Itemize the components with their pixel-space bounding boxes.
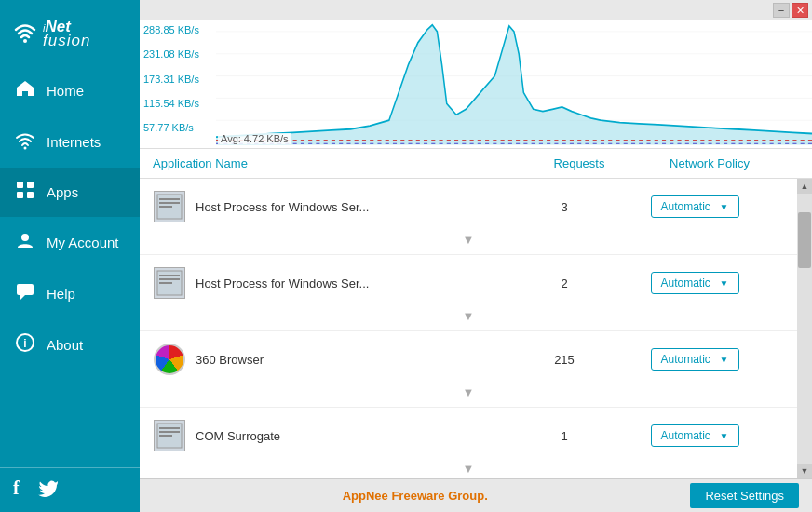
twitter-icon[interactable] [38, 478, 59, 503]
y-label-4: 115.54 KB/s [143, 98, 210, 109]
scroll-up-button[interactable]: ▲ [797, 179, 812, 194]
scrollbar[interactable]: ▲ ▼ [797, 179, 812, 478]
minimize-button[interactable]: − [773, 3, 790, 18]
app-name: Host Process for Windows Ser... [196, 276, 508, 290]
generic-app-icon [154, 420, 185, 451]
policy-dropdown[interactable]: Automatic ▼ [651, 424, 739, 447]
svg-rect-2 [17, 182, 23, 188]
chart-canvas: Avg: 4.72 KB/s [216, 20, 812, 148]
sidebar-nav: Home Internets [0, 65, 140, 467]
app-icon [153, 419, 186, 452]
watermark-text: AppNee Freeware Group. [140, 489, 690, 503]
sidebar-item-label-myaccount: My Account [47, 235, 119, 250]
app-name: Host Process for Windows Ser... [196, 200, 508, 214]
sidebar-social: f [0, 467, 140, 512]
generic-app-icon [154, 191, 185, 222]
wifi-icon [13, 129, 37, 155]
app-policy: Automatic ▼ [620, 272, 769, 294]
generic-app-icon [154, 267, 185, 299]
avg-label: Avg: 4.72 KB/s [218, 133, 291, 144]
sidebar-item-help[interactable]: Help [0, 268, 140, 319]
grid-icon [13, 181, 37, 204]
dropdown-arrow-icon: ▼ [720, 278, 729, 289]
sidebar-item-label-home: Home [47, 83, 84, 99]
info-icon: i [13, 332, 37, 357]
svg-text:i: i [23, 337, 26, 350]
svg-rect-26 [159, 282, 172, 284]
360-browser-icon [154, 344, 185, 375]
close-button[interactable]: ✕ [792, 3, 808, 18]
svg-rect-29 [159, 431, 180, 433]
svg-rect-3 [27, 182, 34, 188]
table-row: COM Surrogate 1 Automatic ▼ ▼ [140, 408, 797, 478]
y-label-5: 57.77 KB/s [143, 122, 210, 133]
dropdown-arrow-icon: ▼ [720, 202, 729, 212]
logo-wifi-icon [11, 18, 39, 49]
svg-rect-24 [159, 275, 180, 276]
svg-marker-16 [216, 25, 812, 145]
policy-dropdown[interactable]: Automatic ▼ [651, 348, 739, 371]
app-requests: 2 [508, 276, 620, 290]
sidebar-item-apps[interactable]: Apps [0, 168, 140, 217]
y-label-2: 231.08 KB/s [143, 48, 210, 60]
expand-button[interactable]: ▼ [459, 233, 478, 247]
svg-point-0 [23, 39, 27, 43]
sidebar-item-myaccount[interactable]: My Account [0, 217, 140, 268]
app-name: 360 Browser [196, 353, 508, 367]
app-requests: 215 [508, 353, 620, 367]
app-name: COM Surrogate [196, 429, 508, 443]
sidebar-item-label-help: Help [47, 286, 75, 302]
table-row: 360 Browser 215 Automatic ▼ ▼ [140, 331, 797, 408]
table-row: Host Process for Windows Ser... 2 Automa… [140, 255, 797, 331]
dropdown-arrow-icon: ▼ [720, 355, 729, 365]
expand-button[interactable]: ▼ [459, 462, 478, 476]
svg-rect-21 [159, 202, 180, 204]
y-label-3: 173.31 KB/s [143, 74, 210, 85]
app-requests: 3 [508, 200, 620, 214]
reset-settings-button[interactable]: Reset Settings [690, 483, 799, 508]
sidebar-item-label-apps: Apps [47, 184, 78, 200]
scroll-down-button[interactable]: ▼ [797, 464, 812, 478]
policy-dropdown[interactable]: Automatic ▼ [651, 195, 739, 218]
app-requests: 1 [508, 429, 620, 443]
svg-point-1 [24, 147, 27, 150]
app-icon [153, 343, 186, 376]
svg-rect-5 [27, 192, 34, 198]
policy-dropdown[interactable]: Automatic ▼ [651, 272, 739, 294]
sidebar-item-label-internets: Internets [47, 134, 101, 150]
sidebar-item-about[interactable]: i About [0, 319, 140, 371]
title-bar: − ✕ [140, 0, 812, 20]
app-policy: Automatic ▼ [620, 195, 769, 218]
table-row: Host Process for Windows Ser... 3 Automa… [140, 179, 797, 255]
bottom-bar: AppNee Freeware Group. Reset Settings [140, 478, 812, 512]
col-header-app: Application Name [153, 156, 523, 170]
chat-icon [13, 281, 37, 306]
svg-rect-28 [159, 427, 180, 429]
svg-rect-7 [17, 284, 34, 295]
svg-rect-30 [159, 435, 172, 437]
sidebar-item-home[interactable]: Home [0, 65, 140, 116]
facebook-icon[interactable]: f [13, 478, 20, 503]
user-icon [13, 230, 37, 255]
svg-rect-4 [17, 192, 23, 198]
home-icon [13, 78, 37, 103]
col-header-requests: Requests [523, 156, 635, 170]
dropdown-arrow-icon: ▼ [720, 431, 729, 441]
app-policy: Automatic ▼ [620, 348, 769, 371]
chart-area: 288.85 KB/s 231.08 KB/s 173.31 KB/s 115.… [140, 20, 812, 149]
table-header: Application Name Requests Network Policy [140, 149, 812, 179]
col-header-policy: Network Policy [635, 156, 784, 170]
svg-rect-22 [159, 206, 172, 208]
expand-button[interactable]: ▼ [459, 309, 478, 323]
svg-point-6 [21, 234, 29, 241]
logo: iNet fusion [0, 0, 140, 65]
main-area: − ✕ 288.85 KB/s 231.08 KB/s 173.31 KB/s … [140, 0, 812, 512]
svg-rect-20 [159, 198, 180, 200]
scrollbar-thumb[interactable] [798, 212, 811, 268]
app-icon [153, 190, 186, 223]
svg-rect-25 [159, 278, 180, 280]
app-policy: Automatic ▼ [620, 424, 769, 447]
expand-button[interactable]: ▼ [459, 385, 478, 399]
sidebar-item-internets[interactable]: Internets [0, 116, 140, 168]
y-label-1: 288.85 KB/s [143, 24, 210, 35]
